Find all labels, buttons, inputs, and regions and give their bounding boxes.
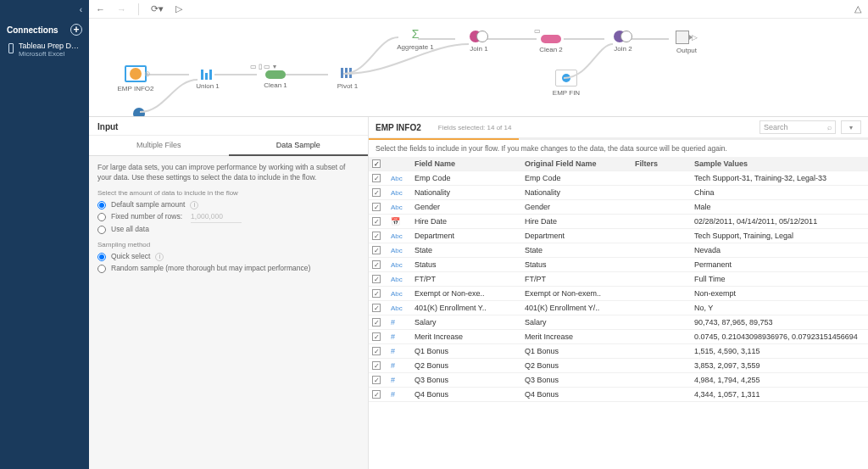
row-checkbox[interactable]: ✓ <box>372 260 381 269</box>
node-clean1[interactable]: Clean 1 <box>254 70 297 89</box>
tab-multiple-files[interactable]: Multiple Files <box>89 136 229 156</box>
node-join1[interactable]: Join 1 <box>458 31 500 53</box>
cell-field: Hire Date <box>411 215 521 227</box>
opt-all-data[interactable]: Use all data <box>97 225 359 235</box>
table-row[interactable]: ✓📅Hire DateHire Date02/28/2011, 04/14/20… <box>369 215 868 229</box>
file-icon <box>8 43 14 53</box>
col-filters[interactable]: Filters <box>632 158 691 170</box>
add-step-icon[interactable]: ⊕ <box>144 70 151 78</box>
cell-orig: Q4 Bonus <box>521 388 632 400</box>
info-icon[interactable]: i <box>190 201 198 209</box>
search-input[interactable]: Search ⌕ <box>760 120 836 134</box>
string-type-icon: Abc <box>391 232 403 240</box>
radio-random[interactable] <box>97 265 106 273</box>
opt-quick-select[interactable]: Quick select i <box>97 252 359 262</box>
node-output[interactable]: ▷ Output <box>665 31 708 54</box>
radio-fixed[interactable] <box>97 213 106 221</box>
row-checkbox[interactable]: ✓ <box>372 304 381 312</box>
flow-canvas[interactable]: EMP INFO2 ⊕ Union 1 ▭ ▯ ▭ ▾ Clean 1 Pivo… <box>89 19 868 116</box>
view-options-dropdown[interactable]: ▾ <box>841 120 861 134</box>
grid-title: EMP INFO2 <box>376 123 421 132</box>
number-type-icon: # <box>391 332 395 341</box>
table-row[interactable]: ✓AbcDepartmentDepartmentTech Support, Tr… <box>369 229 868 243</box>
datasource-icon <box>133 108 145 116</box>
cell-sample: 4,344, 1,057, 1,311 <box>691 388 868 400</box>
row-checkbox[interactable]: ✓ <box>372 246 381 254</box>
table-row[interactable]: ✓#Q4 BonusQ4 Bonus4,344, 1,057, 1,311 <box>369 388 868 402</box>
row-checkbox[interactable]: ✓ <box>372 203 381 211</box>
row-checkbox[interactable]: ✓ <box>372 390 381 399</box>
number-type-icon: # <box>391 318 395 327</box>
number-type-icon: # <box>391 361 395 370</box>
node-join2[interactable]: Join 2 <box>602 31 644 53</box>
row-checkbox[interactable]: ✓ <box>372 232 381 240</box>
opt-default-sample[interactable]: Default sample amount i <box>97 200 359 210</box>
connection-type: Microsoft Excel <box>19 51 82 59</box>
row-checkbox[interactable]: ✓ <box>372 347 381 355</box>
select-all-checkbox[interactable]: ✓ <box>372 159 381 168</box>
table-row[interactable]: ✓#Q1 BonusQ1 Bonus1,515, 4,590, 3,115 <box>369 344 868 359</box>
table-row[interactable]: ✓AbcStatusStatusPermanent <box>369 258 868 272</box>
info-icon[interactable]: i <box>155 253 164 261</box>
node-pivot1[interactable]: Pivot 1 <box>326 68 369 90</box>
alerts-button[interactable]: △ <box>854 3 861 14</box>
radio-all[interactable] <box>97 226 106 234</box>
radio-quick[interactable] <box>97 253 106 261</box>
cell-field: 401(K) Enrollment Y.. <box>411 302 521 314</box>
fixed-rows-input[interactable]: 1,000,000 <box>191 212 242 223</box>
number-type-icon: # <box>391 390 395 399</box>
cell-orig: Emp Code <box>521 172 632 184</box>
cell-sample: China <box>691 187 868 198</box>
table-row[interactable]: ✓AbcExempt or Non-exe..Exempt or Non-exe… <box>369 287 868 301</box>
row-checkbox[interactable]: ✓ <box>372 217 381 226</box>
node-clean2[interactable]: Clean 2 <box>530 35 572 53</box>
row-checkbox[interactable]: ✓ <box>372 332 381 341</box>
cell-sample: 1,515, 4,590, 3,115 <box>691 345 868 357</box>
run-flow-button[interactable]: ▷ <box>175 3 182 14</box>
tab-data-sample[interactable]: Data Sample <box>229 136 369 156</box>
refresh-button[interactable]: ⟳▾ <box>151 3 164 14</box>
forward-button[interactable]: → <box>117 4 126 14</box>
col-field-name[interactable]: Field Name <box>411 158 521 170</box>
search-icon: ⌕ <box>827 123 832 131</box>
row-checkbox[interactable]: ✓ <box>372 289 381 298</box>
connection-item[interactable]: Tableau Prep Data.xlsx Microsoft Excel <box>0 39 89 62</box>
row-checkbox[interactable]: ✓ <box>372 275 381 283</box>
node-emp-fin[interactable]: EMP FIN <box>545 70 587 97</box>
table-row[interactable]: ✓#Q3 BonusQ3 Bonus4,984, 1,794, 4,255 <box>369 373 868 388</box>
opt-random-sample[interactable]: Random sample (more thorough but may imp… <box>97 264 359 274</box>
table-row[interactable]: ✓AbcStateStateNevada <box>369 243 868 258</box>
separator <box>138 3 139 15</box>
string-type-icon: Abc <box>391 189 403 197</box>
sidebar-collapse-bar[interactable]: ‹ <box>0 0 89 19</box>
chevron-left-icon: ‹ <box>80 5 82 14</box>
string-type-icon: Abc <box>391 276 403 283</box>
table-row[interactable]: ✓#SalarySalary90,743, 87,965, 89,753 <box>369 315 868 330</box>
row-checkbox[interactable]: ✓ <box>372 188 381 197</box>
sample-description: For large data sets, you can improve per… <box>97 163 359 183</box>
table-row[interactable]: ✓AbcNationalityNationalityChina <box>369 186 868 200</box>
opt-fixed-rows[interactable]: Fixed number of rows: 1,000,000 <box>97 212 359 223</box>
radio-default[interactable] <box>97 201 106 209</box>
node-partial-input[interactable] <box>133 108 145 116</box>
table-row[interactable]: ✓#Q2 BonusQ2 Bonus3,853, 2,097, 3,559 <box>369 359 868 373</box>
row-checkbox[interactable]: ✓ <box>372 174 381 182</box>
play-icon[interactable]: ▷ <box>692 33 698 42</box>
add-connection-button[interactable]: + <box>70 24 82 36</box>
row-checkbox[interactable]: ✓ <box>372 361 381 370</box>
table-row[interactable]: ✓AbcFT/PTFT/PTFull Time <box>369 272 868 287</box>
col-sample[interactable]: Sample Values <box>691 158 868 170</box>
row-checkbox[interactable]: ✓ <box>372 318 381 327</box>
table-row[interactable]: ✓AbcEmp CodeEmp CodeTech Support-31, Tra… <box>369 171 868 186</box>
node-aggregate1[interactable]: Σ Aggregate 1 <box>394 27 437 51</box>
cell-orig: Salary <box>521 316 632 328</box>
node-union1[interactable]: Union 1 <box>186 68 229 90</box>
back-button[interactable]: ← <box>96 4 105 14</box>
col-orig-name[interactable]: Original Field Name <box>521 158 632 170</box>
pivot-icon <box>341 68 354 80</box>
table-row[interactable]: ✓AbcGenderGenderMale <box>369 200 868 215</box>
config-tabs: Multiple Files Data Sample <box>89 136 368 156</box>
row-checkbox[interactable]: ✓ <box>372 376 381 384</box>
table-row[interactable]: ✓Abc401(K) Enrollment Y..401(K) Enrollme… <box>369 301 868 315</box>
table-row[interactable]: ✓#Merit IncreaseMerit Increase0.0745, 0.… <box>369 330 868 344</box>
